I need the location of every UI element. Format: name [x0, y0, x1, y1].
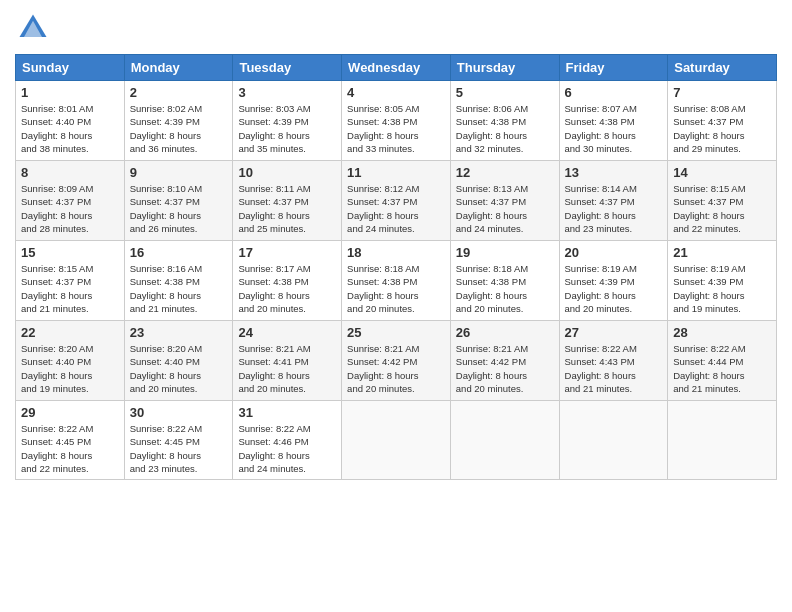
day-info: Sunrise: 8:15 AMSunset: 4:37 PMDaylight:… [673, 182, 771, 235]
calendar-cell: 25Sunrise: 8:21 AMSunset: 4:42 PMDayligh… [342, 321, 451, 401]
col-header-tuesday: Tuesday [233, 55, 342, 81]
day-number: 24 [238, 325, 336, 340]
col-header-thursday: Thursday [450, 55, 559, 81]
day-info: Sunrise: 8:08 AMSunset: 4:37 PMDaylight:… [673, 102, 771, 155]
day-number: 28 [673, 325, 771, 340]
day-info: Sunrise: 8:21 AMSunset: 4:42 PMDaylight:… [347, 342, 445, 395]
calendar-cell: 5Sunrise: 8:06 AMSunset: 4:38 PMDaylight… [450, 81, 559, 161]
logo [15, 10, 55, 46]
day-number: 23 [130, 325, 228, 340]
col-header-wednesday: Wednesday [342, 55, 451, 81]
calendar-cell: 10Sunrise: 8:11 AMSunset: 4:37 PMDayligh… [233, 161, 342, 241]
calendar: SundayMondayTuesdayWednesdayThursdayFrid… [15, 54, 777, 480]
calendar-cell: 2Sunrise: 8:02 AMSunset: 4:39 PMDaylight… [124, 81, 233, 161]
col-header-saturday: Saturday [668, 55, 777, 81]
calendar-cell: 22Sunrise: 8:20 AMSunset: 4:40 PMDayligh… [16, 321, 125, 401]
day-number: 2 [130, 85, 228, 100]
day-number: 11 [347, 165, 445, 180]
day-number: 19 [456, 245, 554, 260]
day-number: 20 [565, 245, 663, 260]
day-number: 16 [130, 245, 228, 260]
day-info: Sunrise: 8:20 AMSunset: 4:40 PMDaylight:… [130, 342, 228, 395]
day-info: Sunrise: 8:02 AMSunset: 4:39 PMDaylight:… [130, 102, 228, 155]
logo-icon [15, 10, 51, 46]
day-info: Sunrise: 8:21 AMSunset: 4:42 PMDaylight:… [456, 342, 554, 395]
calendar-cell: 18Sunrise: 8:18 AMSunset: 4:38 PMDayligh… [342, 241, 451, 321]
day-info: Sunrise: 8:09 AMSunset: 4:37 PMDaylight:… [21, 182, 119, 235]
day-number: 22 [21, 325, 119, 340]
calendar-cell: 7Sunrise: 8:08 AMSunset: 4:37 PMDaylight… [668, 81, 777, 161]
calendar-cell [342, 401, 451, 480]
day-number: 1 [21, 85, 119, 100]
day-info: Sunrise: 8:07 AMSunset: 4:38 PMDaylight:… [565, 102, 663, 155]
day-info: Sunrise: 8:11 AMSunset: 4:37 PMDaylight:… [238, 182, 336, 235]
day-number: 5 [456, 85, 554, 100]
calendar-cell: 13Sunrise: 8:14 AMSunset: 4:37 PMDayligh… [559, 161, 668, 241]
calendar-cell: 29Sunrise: 8:22 AMSunset: 4:45 PMDayligh… [16, 401, 125, 480]
day-number: 10 [238, 165, 336, 180]
day-number: 9 [130, 165, 228, 180]
page: SundayMondayTuesdayWednesdayThursdayFrid… [0, 0, 792, 612]
calendar-cell: 11Sunrise: 8:12 AMSunset: 4:37 PMDayligh… [342, 161, 451, 241]
day-number: 8 [21, 165, 119, 180]
day-info: Sunrise: 8:14 AMSunset: 4:37 PMDaylight:… [565, 182, 663, 235]
day-number: 25 [347, 325, 445, 340]
col-header-sunday: Sunday [16, 55, 125, 81]
day-number: 13 [565, 165, 663, 180]
calendar-cell [450, 401, 559, 480]
calendar-cell: 3Sunrise: 8:03 AMSunset: 4:39 PMDaylight… [233, 81, 342, 161]
calendar-cell: 12Sunrise: 8:13 AMSunset: 4:37 PMDayligh… [450, 161, 559, 241]
day-info: Sunrise: 8:22 AMSunset: 4:45 PMDaylight:… [130, 422, 228, 475]
day-info: Sunrise: 8:13 AMSunset: 4:37 PMDaylight:… [456, 182, 554, 235]
day-number: 15 [21, 245, 119, 260]
day-number: 30 [130, 405, 228, 420]
day-info: Sunrise: 8:20 AMSunset: 4:40 PMDaylight:… [21, 342, 119, 395]
day-number: 26 [456, 325, 554, 340]
day-number: 3 [238, 85, 336, 100]
day-info: Sunrise: 8:06 AMSunset: 4:38 PMDaylight:… [456, 102, 554, 155]
day-number: 29 [21, 405, 119, 420]
day-info: Sunrise: 8:21 AMSunset: 4:41 PMDaylight:… [238, 342, 336, 395]
day-info: Sunrise: 8:17 AMSunset: 4:38 PMDaylight:… [238, 262, 336, 315]
calendar-cell [559, 401, 668, 480]
calendar-cell: 21Sunrise: 8:19 AMSunset: 4:39 PMDayligh… [668, 241, 777, 321]
day-number: 27 [565, 325, 663, 340]
col-header-monday: Monday [124, 55, 233, 81]
calendar-cell: 23Sunrise: 8:20 AMSunset: 4:40 PMDayligh… [124, 321, 233, 401]
day-number: 6 [565, 85, 663, 100]
calendar-cell: 30Sunrise: 8:22 AMSunset: 4:45 PMDayligh… [124, 401, 233, 480]
day-number: 18 [347, 245, 445, 260]
day-info: Sunrise: 8:19 AMSunset: 4:39 PMDaylight:… [565, 262, 663, 315]
day-info: Sunrise: 8:12 AMSunset: 4:37 PMDaylight:… [347, 182, 445, 235]
day-number: 7 [673, 85, 771, 100]
header-row: SundayMondayTuesdayWednesdayThursdayFrid… [16, 55, 777, 81]
day-info: Sunrise: 8:01 AMSunset: 4:40 PMDaylight:… [21, 102, 119, 155]
day-info: Sunrise: 8:22 AMSunset: 4:45 PMDaylight:… [21, 422, 119, 475]
calendar-cell: 26Sunrise: 8:21 AMSunset: 4:42 PMDayligh… [450, 321, 559, 401]
calendar-cell: 8Sunrise: 8:09 AMSunset: 4:37 PMDaylight… [16, 161, 125, 241]
calendar-cell [668, 401, 777, 480]
day-info: Sunrise: 8:22 AMSunset: 4:44 PMDaylight:… [673, 342, 771, 395]
day-info: Sunrise: 8:18 AMSunset: 4:38 PMDaylight:… [347, 262, 445, 315]
calendar-cell: 1Sunrise: 8:01 AMSunset: 4:40 PMDaylight… [16, 81, 125, 161]
calendar-cell: 6Sunrise: 8:07 AMSunset: 4:38 PMDaylight… [559, 81, 668, 161]
day-number: 14 [673, 165, 771, 180]
day-info: Sunrise: 8:10 AMSunset: 4:37 PMDaylight:… [130, 182, 228, 235]
calendar-cell: 27Sunrise: 8:22 AMSunset: 4:43 PMDayligh… [559, 321, 668, 401]
col-header-friday: Friday [559, 55, 668, 81]
calendar-cell: 20Sunrise: 8:19 AMSunset: 4:39 PMDayligh… [559, 241, 668, 321]
day-info: Sunrise: 8:16 AMSunset: 4:38 PMDaylight:… [130, 262, 228, 315]
calendar-cell: 15Sunrise: 8:15 AMSunset: 4:37 PMDayligh… [16, 241, 125, 321]
calendar-cell: 17Sunrise: 8:17 AMSunset: 4:38 PMDayligh… [233, 241, 342, 321]
day-info: Sunrise: 8:19 AMSunset: 4:39 PMDaylight:… [673, 262, 771, 315]
calendar-cell: 16Sunrise: 8:16 AMSunset: 4:38 PMDayligh… [124, 241, 233, 321]
calendar-cell: 9Sunrise: 8:10 AMSunset: 4:37 PMDaylight… [124, 161, 233, 241]
calendar-cell: 31Sunrise: 8:22 AMSunset: 4:46 PMDayligh… [233, 401, 342, 480]
day-number: 17 [238, 245, 336, 260]
day-number: 31 [238, 405, 336, 420]
day-info: Sunrise: 8:05 AMSunset: 4:38 PMDaylight:… [347, 102, 445, 155]
calendar-cell: 4Sunrise: 8:05 AMSunset: 4:38 PMDaylight… [342, 81, 451, 161]
day-number: 4 [347, 85, 445, 100]
day-info: Sunrise: 8:18 AMSunset: 4:38 PMDaylight:… [456, 262, 554, 315]
day-number: 21 [673, 245, 771, 260]
